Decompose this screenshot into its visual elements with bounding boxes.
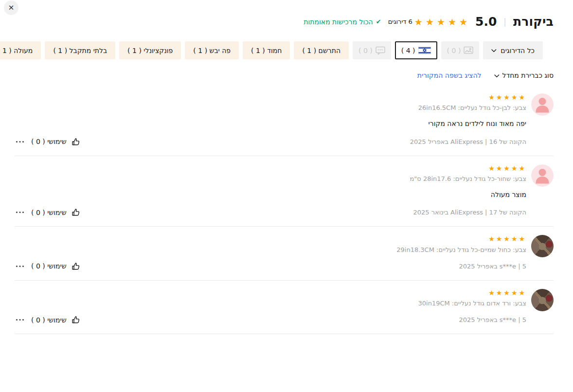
filter-tag-unacceptable[interactable]: בלתי מתקבל ( 1 ) [45,41,115,59]
filter-tag-excellent[interactable]: מעולה ( 1 ) [0,41,41,59]
helpful-label: שימושי ( 0 ) [31,316,67,324]
filter-tag-impressed[interactable]: התרשם ( 1 ) [294,41,349,59]
review-item: ★★★★★ צבע: לבן-כל גודל נעליים: 26in16.5C… [15,85,554,156]
review-item: ★★★★★ צבע: כחול שמיים-כל גודל נעליים: 29… [15,227,554,280]
photo-icon [464,46,473,55]
filter-tag-functional[interactable]: פונקציונלי ( 1 ) [119,41,181,59]
more-options-button[interactable] [16,141,24,143]
filter-chips-row: כל הדירוגים ( 0 ) ( 4 ) ( 0 ) התרשם ( 1 … [15,41,543,59]
more-options-button[interactable] [16,265,24,267]
review-stars: ★★★★★ [15,165,526,172]
thumbs-up-icon [71,262,80,271]
reviews-header: ביקורת | 5.0 ★★★★★ 6 דירוגים ✔ הכול מרכי… [15,0,554,29]
more-options-button[interactable] [16,319,24,321]
verified-label: הכול מרכישות מאומתות [304,18,373,26]
helpful-label: שימושי ( 0 ) [31,262,67,270]
check-icon: ✔ [376,18,381,25]
review-text: יפה מאוד ונוח לילדים נראה מקורי [15,119,526,128]
review-meta: הקונה של AliExpress | 17 בינואר 2025 [413,209,526,216]
all-ratings-label: כל הדירוגים [501,47,535,54]
flag-filter-count: ( 4 ) [401,47,415,54]
review-sku: צבע: כחול שמיים-כל גודל נעליים: 29in18.3… [15,246,526,253]
helpful-button[interactable]: שימושי ( 0 ) [31,315,80,324]
rating-score: 5.0 [475,15,497,29]
page-title: ביקורת [513,15,554,29]
review-stars: ★★★★★ [15,289,526,297]
sort-row: סוג כברירת מחדל להציג בשפה המקורית [15,71,554,79]
more-icon [16,211,24,214]
tag-chip-label: התרשם ( 1 ) [302,47,340,54]
avatar [531,235,554,257]
header-separator: | [503,17,506,27]
all-ratings-dropdown[interactable]: כל הדירוגים [483,41,543,59]
review-meta: s***e | 5 באפריל 2025 [459,316,526,323]
review-text: מוצר מעולה [15,190,526,199]
comment-filter-count: ( 0 ) [358,47,373,54]
israel-flag-icon [418,46,431,54]
tag-chip-label: מעולה ( 1 ) [0,47,33,54]
thumbs-up-icon [71,137,80,146]
close-button[interactable]: ✕ [4,0,18,15]
review-meta: הקונה של AliExpress | 16 באפריל 2025 [410,138,526,145]
more-icon [16,265,24,267]
filter-tag-cute[interactable]: חמוד ( 1 ) [243,41,290,59]
helpful-button[interactable]: שימושי ( 0 ) [31,262,80,271]
review-sku: צבע: לבן-כל גודל נעליים: 26in16.5CM [15,104,526,111]
review-stars: ★★★★★ [15,235,526,243]
show-original-language-link[interactable]: להציג בשפה המקורית [417,71,482,79]
thumbs-up-icon [71,315,80,324]
review-item: ★★★★★ צבע: ורד אדום גודל נעליים: 30in19C… [15,281,554,334]
review-stars: ★★★★★ [15,94,526,101]
helpful-button[interactable]: שימושי ( 0 ) [31,137,80,146]
reviews-list: ★★★★★ צבע: לבן-כל גודל נעליים: 26in16.5C… [15,85,554,334]
tag-chip-label: פונקציונלי ( 1 ) [127,47,173,54]
more-options-button[interactable] [16,211,24,214]
more-icon [16,319,24,321]
helpful-button[interactable]: שימושי ( 0 ) [31,208,80,217]
review-sku: צבע: ורד אדום גודל נעליים: 30in19CM [15,300,526,307]
avatar [531,164,554,187]
avatar [531,289,554,311]
tag-chip-label: חמוד ( 1 ) [251,47,282,54]
verified-purchases-note: ✔ הכול מרכישות מאומתות [304,18,381,26]
chevron-down-icon [494,74,500,78]
filter-local-country[interactable]: ( 4 ) [395,41,437,59]
filter-tag-dry-mouth[interactable]: פה יבש ( 1 ) [185,41,239,59]
rating-stars: ★★★★★ [414,17,470,27]
review-sku: צבע: שחור-כל גודל נעליים: 28in17.6 ס"מ [15,175,526,182]
filter-with-photos[interactable]: ( 0 ) [441,41,480,59]
chevron-down-icon [491,49,497,53]
review-meta: s***e | 5 באפריל 2025 [459,263,526,270]
ratings-count: 6 דירוגים [388,18,412,25]
comment-icon [376,46,385,55]
sort-dropdown[interactable]: סוג כברירת מחדל [494,71,554,79]
helpful-label: שימושי ( 0 ) [31,138,67,145]
review-item: ★★★★★ צבע: שחור-כל גודל נעליים: 28in17.6… [15,156,554,227]
sort-label: סוג כברירת מחדל [502,71,554,79]
more-icon [16,141,24,143]
photo-filter-count: ( 0 ) [447,47,461,54]
close-icon: ✕ [8,3,15,12]
thumbs-up-icon [71,208,80,217]
tag-chip-label: בלתי מתקבל ( 1 ) [53,47,107,54]
filter-with-comments[interactable]: ( 0 ) [353,41,391,59]
tag-chip-label: פה יבש ( 1 ) [193,47,231,54]
helpful-label: שימושי ( 0 ) [31,209,67,216]
avatar [531,93,554,116]
